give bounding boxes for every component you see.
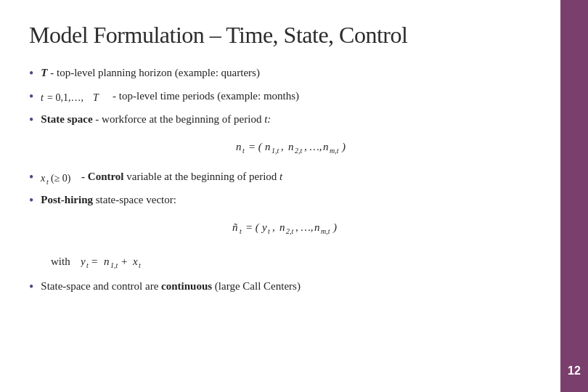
bullet-text-5: Post-hiring state-space vector:: [41, 192, 176, 208]
formula-nt-tilde: ñ t = ( y t , n 2,t , …, n m,t ): [232, 216, 399, 240]
svg-text:n: n: [323, 141, 329, 152]
slide-title: Model Formulation – Time, State, Control: [29, 22, 559, 49]
svg-text:1,t: 1,t: [271, 147, 279, 155]
bullet-text-3: State space - workforce at the beginning…: [41, 111, 271, 128]
svg-text:y: y: [261, 221, 267, 233]
svg-text:T: T: [93, 92, 99, 103]
last-bullet-before: State-space and control are: [41, 280, 161, 292]
t-italic-3: t:: [264, 113, 271, 125]
bullet-item-last: • State-space and control are continuous…: [29, 278, 559, 297]
formula-xt: x t (≥ 0): [41, 170, 78, 186]
svg-text:n: n: [236, 141, 242, 152]
svg-text:n: n: [314, 221, 320, 233]
slide-number: 12: [568, 364, 581, 377]
bullet-1-text: - top-level planning horizon (example: q…: [50, 67, 260, 78]
slide-sidebar: 12: [560, 0, 588, 392]
svg-text:,: ,: [272, 221, 275, 233]
svg-text:): ): [332, 221, 337, 234]
svg-text:t: t: [268, 227, 270, 235]
formula-block-1: n t = ( n 1,t , n 2,t , …, n m,t ): [73, 136, 559, 163]
svg-text:1,t: 1,t: [110, 261, 118, 269]
bullet-dot-5: •: [29, 191, 33, 211]
svg-text:n: n: [288, 141, 294, 152]
slide: Model Formulation – Time, State, Control…: [0, 0, 588, 392]
svg-text:t: t: [46, 178, 49, 186]
svg-text:n: n: [265, 141, 271, 152]
svg-text:2,t: 2,t: [286, 227, 294, 235]
bullet-dot-2: •: [29, 87, 33, 107]
bullet-item-1: • T - top-level planning horizon (exampl…: [29, 65, 559, 83]
bullet-dot-last: •: [29, 277, 33, 297]
formula-t-range: t = 0,1,…, T: [41, 89, 110, 105]
svg-text:, …,: , …,: [304, 141, 322, 152]
continuous-label: continuous: [161, 280, 212, 292]
control-label: - Control: [81, 171, 123, 182]
t-italic: T: [41, 67, 47, 78]
bullet-list-3: • State-space and control are continuous…: [29, 278, 559, 297]
svg-text:,: ,: [281, 141, 284, 152]
svg-text:x: x: [132, 256, 138, 267]
formula-yt: y t = n 1,t + x t: [81, 252, 175, 271]
last-bullet-after: (large Call Centers): [215, 280, 301, 292]
svg-text:+: +: [121, 256, 127, 267]
bullet-dot-3: •: [29, 110, 33, 130]
bullet-text-last: State-space and control are continuous (…: [41, 278, 301, 295]
bullet-4-text: variable at the beginning of period: [126, 171, 279, 182]
svg-text:= (: = (: [245, 221, 260, 234]
formula-block-2: ñ t = ( y t , n 2,t , …, n m,t ): [73, 216, 559, 245]
slide-content: • T - top-level planning horizon (exampl…: [29, 65, 559, 297]
bullet-item-5: • Post-hiring state-space vector:: [29, 192, 559, 211]
svg-text:= 0,1,…,: = 0,1,…,: [47, 92, 83, 103]
svg-text:m,t: m,t: [330, 147, 339, 155]
svg-text:, …,: , …,: [295, 221, 314, 233]
bullet-list-2: • x t (≥ 0) - Control variable at the be…: [29, 168, 559, 211]
svg-text:t: t: [86, 261, 89, 269]
bullet-item-3: • State space - workforce at the beginni…: [29, 111, 559, 130]
bullet-dot-1: •: [29, 64, 33, 83]
with-line: with y t = n 1,t + x t: [51, 252, 559, 271]
bullet-item-4: • x t (≥ 0) - Control variable at the be…: [29, 168, 559, 187]
svg-text:(≥ 0): (≥ 0): [51, 173, 71, 184]
with-label: with: [51, 253, 70, 270]
svg-text:): ): [341, 141, 346, 153]
t-italic-4: t: [279, 171, 282, 182]
svg-text:t: t: [240, 227, 242, 235]
bullet-text-2: t = 0,1,…, T - top-level time periods (e…: [41, 88, 299, 105]
svg-text:n: n: [104, 256, 110, 267]
bullet-2-text: - top-level time periods (example: month…: [113, 90, 299, 102]
svg-text:t: t: [242, 147, 245, 155]
bullet-5-text: state-space vector:: [96, 194, 176, 205]
svg-text:=: =: [91, 256, 97, 267]
svg-text:m,t: m,t: [321, 227, 330, 235]
formula-nt: n t = ( n 1,t , n 2,t , …, n m,t ): [236, 136, 396, 158]
svg-text:y: y: [81, 256, 86, 267]
svg-text:x: x: [41, 173, 46, 184]
svg-text:t: t: [139, 261, 141, 269]
bullet-3-text: - workforce at the beginning of period: [95, 113, 264, 125]
post-hiring-label: Post-hiring: [41, 194, 93, 205]
bullet-dot-4: •: [29, 168, 33, 187]
bullet-text-1: T - top-level planning horizon (example:…: [41, 65, 260, 81]
svg-text:= (: = (: [248, 141, 263, 153]
state-space-label: State space: [41, 113, 92, 125]
bullet-item-2: • t = 0,1,…, T - top-level time periods …: [29, 88, 559, 107]
svg-text:n: n: [279, 221, 285, 233]
bullet-list-1: • T - top-level planning horizon (exampl…: [29, 65, 559, 130]
bullet-text-4: x t (≥ 0) - Control variable at the begi…: [41, 168, 282, 186]
svg-text:ñ: ñ: [232, 221, 238, 233]
svg-text:2,t: 2,t: [295, 147, 303, 155]
svg-text:t: t: [41, 92, 44, 103]
